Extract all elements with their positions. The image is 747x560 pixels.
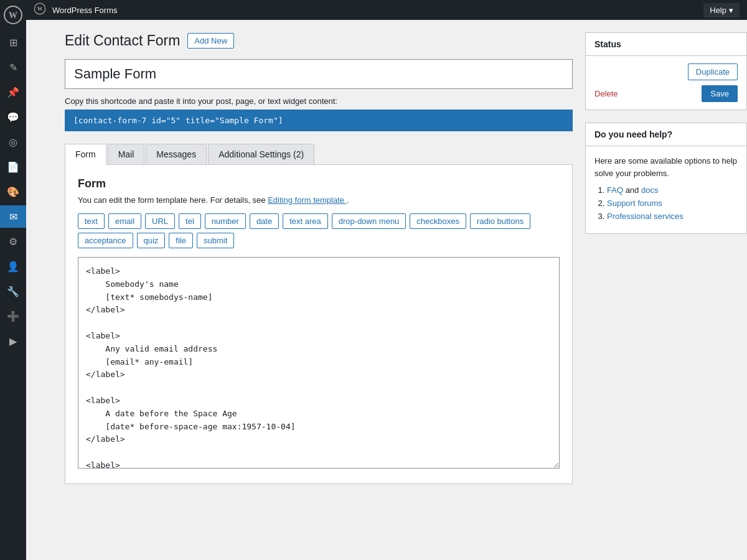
- tag-btn-acceptance[interactable]: acceptance: [78, 233, 133, 248]
- help-button[interactable]: Help ▾: [703, 3, 740, 17]
- tab-additional-settings[interactable]: Additional Settings (2): [208, 144, 314, 164]
- docs-link[interactable]: docs: [641, 185, 658, 195]
- settings-icon[interactable]: 🔧: [2, 280, 24, 302]
- svg-text:W: W: [37, 6, 43, 12]
- editing-form-template-link[interactable]: Editing form template: [268, 195, 346, 205]
- tag-btn-file[interactable]: file: [169, 233, 193, 248]
- tab-content-form: Form You can edit the form template here…: [65, 165, 573, 484]
- mail-icon[interactable]: ✉: [0, 205, 26, 228]
- status-widget: Status Duplicate Delete Save: [585, 32, 747, 110]
- tag-buttons-container: text email URL tel number date text area…: [78, 213, 560, 248]
- save-button[interactable]: Save: [702, 85, 738, 102]
- dashboard-icon[interactable]: ⊞: [2, 31, 24, 54]
- right-sidebar: Status Duplicate Delete Save Do you need…: [585, 20, 747, 560]
- help-item-1: FAQ and docs: [607, 185, 738, 195]
- tag-btn-tel[interactable]: tel: [179, 213, 201, 229]
- delete-link[interactable]: Delete: [594, 89, 618, 98]
- tag-btn-quiz[interactable]: quiz: [137, 233, 166, 248]
- sidebar-wp-logo[interactable]: W: [0, 0, 26, 30]
- tag-btn-text[interactable]: text: [78, 213, 105, 229]
- tag-btn-checkboxes[interactable]: checkboxes: [410, 213, 466, 229]
- page-title: Edit Contact Form: [65, 32, 180, 49]
- shortcode-label: Copy this shortcode and paste it into yo…: [65, 96, 573, 106]
- shortcode-value: [contact-form-7 id="5" title="Sample For…: [73, 116, 283, 125]
- status-widget-body: Duplicate Delete Save: [586, 56, 746, 110]
- tag-btn-date[interactable]: date: [250, 213, 279, 229]
- play-icon[interactable]: ▶: [2, 330, 24, 352]
- tag-btn-submit[interactable]: submit: [197, 233, 234, 248]
- svg-text:W: W: [9, 11, 17, 20]
- status-widget-actions: Delete Save: [594, 85, 738, 102]
- professional-services-link[interactable]: Professional services: [607, 212, 684, 221]
- pin-icon[interactable]: 📌: [2, 81, 24, 103]
- shortcode-box[interactable]: [contact-form-7 id="5" title="Sample For…: [65, 110, 573, 131]
- form-section-title: Form: [78, 177, 560, 190]
- help-item-3: Professional services: [607, 212, 738, 221]
- help-list: FAQ and docs Support forums Professional…: [594, 185, 738, 221]
- topbar: W WordPress Forms Help ▾: [26, 0, 747, 20]
- form-editor[interactable]: <label> Somebody's name [text* somebodys…: [78, 257, 560, 469]
- pages-icon[interactable]: 📄: [2, 156, 24, 178]
- comments-icon[interactable]: 💬: [2, 106, 24, 128]
- tab-form[interactable]: Form: [65, 144, 106, 165]
- help-widget-title: Do you need help?: [586, 123, 746, 146]
- tools-icon[interactable]: ⚙: [2, 230, 24, 253]
- tab-messages[interactable]: Messages: [146, 144, 207, 164]
- add-new-button[interactable]: Add New: [187, 33, 234, 49]
- help-item-2: Support forums: [607, 198, 738, 208]
- appearance-icon[interactable]: 🎨: [2, 180, 24, 203]
- page-header: Edit Contact Form Add New: [65, 32, 573, 49]
- form-section-description: You can edit the form template here. For…: [78, 195, 560, 205]
- posts-icon[interactable]: ✎: [2, 56, 24, 78]
- tag-btn-radio[interactable]: radio buttons: [470, 213, 530, 229]
- main-wrapper: Edit Contact Form Add New Copy this shor…: [52, 20, 747, 560]
- faq-link[interactable]: FAQ: [607, 185, 623, 195]
- status-widget-title: Status: [586, 33, 746, 56]
- users-icon[interactable]: 👤: [2, 255, 24, 278]
- help-widget-body: Here are some available options to help …: [586, 146, 746, 233]
- tag-btn-dropdown[interactable]: drop-down menu: [332, 213, 406, 229]
- topbar-wp-logo: W: [34, 2, 46, 18]
- tag-btn-number[interactable]: number: [205, 213, 246, 229]
- tabs-nav: Form Mail Messages Additional Settings (…: [65, 144, 573, 165]
- content-area: Edit Contact Form Add New Copy this shor…: [52, 20, 585, 560]
- duplicate-button[interactable]: Duplicate: [688, 63, 738, 80]
- plus-icon[interactable]: ➕: [2, 305, 24, 327]
- sidebar: W ⊞ ✎ 📌 💬 ◎ 📄 🎨 ✉ ⚙ 👤 🔧 ➕ ▶: [0, 0, 26, 560]
- topbar-title: WordPress Forms: [52, 6, 118, 15]
- help-widget: Do you need help? Here are some availabl…: [585, 123, 747, 234]
- tag-btn-url[interactable]: URL: [145, 213, 175, 229]
- support-forums-link[interactable]: Support forums: [607, 198, 662, 208]
- tag-btn-textarea[interactable]: text area: [283, 213, 328, 229]
- tag-btn-email[interactable]: email: [108, 213, 141, 229]
- help-description: Here are some available options to help …: [594, 155, 738, 179]
- form-name-input[interactable]: [65, 59, 573, 89]
- tab-mail[interactable]: Mail: [108, 144, 145, 164]
- feedback-icon[interactable]: ◎: [2, 131, 24, 153]
